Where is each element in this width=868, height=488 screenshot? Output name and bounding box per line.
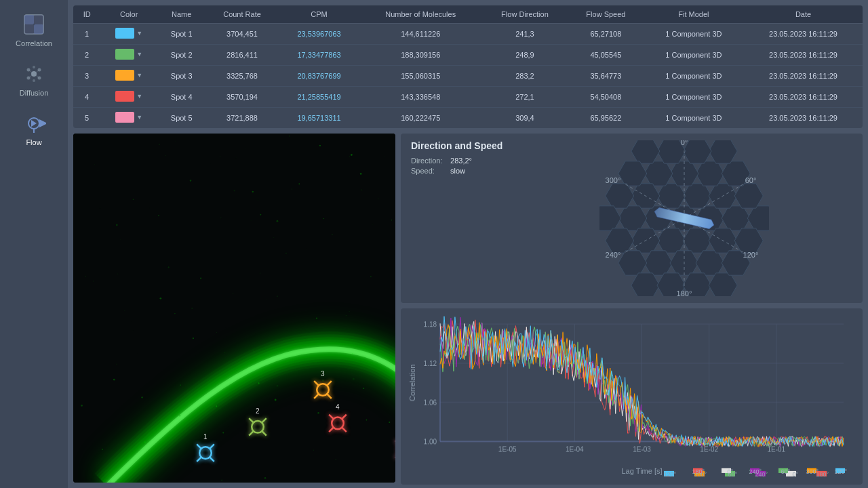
correlation-chart-panel bbox=[401, 308, 863, 485]
cell-direction: 272,1 bbox=[481, 87, 568, 108]
cell-speed: 65,95622 bbox=[568, 108, 644, 129]
cell-molecules: 188,309156 bbox=[360, 45, 481, 66]
direction-info: Direction and Speed Direction: 283,2° Sp… bbox=[411, 140, 502, 177]
sidebar-item-diffusion[interactable]: Diffusion bbox=[3, 56, 64, 102]
cell-date: 23.05.2023 16:11:29 bbox=[744, 108, 863, 129]
col-header-date: Date bbox=[744, 5, 863, 24]
speed-label: Speed: bbox=[411, 167, 448, 175]
cell-color: ▼ bbox=[100, 24, 157, 45]
cell-count-rate: 2816,411 bbox=[205, 45, 278, 66]
main-content: ID Color Name Count Rate CPM Number of M… bbox=[68, 0, 868, 488]
data-table: ID Color Name Count Rate CPM Number of M… bbox=[73, 5, 863, 128]
cell-speed: 35,64773 bbox=[568, 66, 644, 87]
cell-speed: 65,27108 bbox=[568, 24, 644, 45]
direction-panel-title: Direction and Speed bbox=[411, 140, 502, 151]
cell-fit-model: 1 Component 3D bbox=[644, 24, 744, 45]
col-header-name: Name bbox=[157, 5, 205, 24]
cell-molecules: 144,611226 bbox=[360, 24, 481, 45]
cell-name: Spot 1 bbox=[157, 24, 205, 45]
cell-fit-model: 1 Component 3D bbox=[644, 108, 744, 129]
flow-icon bbox=[22, 111, 46, 136]
sidebar: Correlation Diffusion bbox=[0, 0, 68, 488]
cell-color: ▼ bbox=[100, 87, 157, 108]
microscope-panel bbox=[73, 134, 395, 483]
cell-name: Spot 2 bbox=[157, 45, 205, 66]
svg-marker-17 bbox=[31, 120, 37, 127]
svg-point-10 bbox=[33, 66, 35, 68]
col-header-fit-model: Fit Model bbox=[644, 5, 744, 24]
cell-color: ▼ bbox=[100, 108, 157, 129]
svg-rect-4 bbox=[24, 24, 34, 34]
hexagon-canvas bbox=[599, 140, 769, 296]
table-row: 2 ▼ Spot 2 2816,411 17,33477863 188,3091… bbox=[73, 45, 863, 66]
speed-value: slow bbox=[450, 167, 488, 175]
bottom-area: Direction and Speed Direction: 283,2° Sp… bbox=[73, 134, 863, 483]
direction-value: 283,2° bbox=[450, 157, 488, 165]
cell-count-rate: 3325,768 bbox=[205, 66, 278, 87]
sidebar-item-label-correlation: Correlation bbox=[16, 39, 52, 47]
cell-date: 23.05.2023 16:11:29 bbox=[744, 24, 863, 45]
cell-id: 4 bbox=[73, 87, 100, 108]
cell-id: 2 bbox=[73, 45, 100, 66]
cell-date: 23.05.2023 16:11:29 bbox=[744, 87, 863, 108]
cell-fit-model: 1 Component 3D bbox=[644, 45, 744, 66]
col-header-cpm: CPM bbox=[279, 5, 360, 24]
hexagon-chart bbox=[516, 140, 852, 296]
cell-name: Spot 3 bbox=[157, 66, 205, 87]
cell-date: 23.05.2023 16:11:29 bbox=[744, 66, 863, 87]
cell-id: 3 bbox=[73, 66, 100, 87]
direction-speed-panel: Direction and Speed Direction: 283,2° Sp… bbox=[401, 134, 863, 303]
cell-direction: 283,2 bbox=[481, 66, 568, 87]
direction-label: Direction: bbox=[411, 157, 448, 165]
cell-cpm: 17,33477863 bbox=[279, 45, 360, 66]
cell-molecules: 155,060315 bbox=[360, 66, 481, 87]
cell-color: ▼ bbox=[100, 66, 157, 87]
sidebar-item-label-flow: Flow bbox=[26, 138, 41, 146]
cell-fit-model: 1 Component 3D bbox=[644, 66, 744, 87]
cell-direction: 241,3 bbox=[481, 24, 568, 45]
col-header-color: Color bbox=[100, 5, 157, 24]
cell-speed: 45,05545 bbox=[568, 45, 644, 66]
cell-id: 5 bbox=[73, 108, 100, 129]
table-row: 5 ▼ Spot 5 3721,888 19,65713311 160,2224… bbox=[73, 108, 863, 129]
cell-direction: 309,4 bbox=[481, 108, 568, 129]
svg-point-11 bbox=[33, 79, 35, 82]
table-row: 4 ▼ Spot 4 3570,194 21,25855419 143,3365… bbox=[73, 87, 863, 108]
col-header-id: ID bbox=[73, 5, 100, 24]
cell-date: 23.05.2023 16:11:29 bbox=[744, 45, 863, 66]
table-row: 1 ▼ Spot 1 3704,451 23,53967063 144,6112… bbox=[73, 24, 863, 45]
sidebar-item-label-diffusion: Diffusion bbox=[20, 89, 49, 97]
cell-fit-model: 1 Component 3D bbox=[644, 87, 744, 108]
cell-count-rate: 3721,888 bbox=[205, 108, 278, 129]
svg-rect-1 bbox=[24, 15, 34, 24]
cell-cpm: 19,65713311 bbox=[279, 108, 360, 129]
cell-speed: 54,50408 bbox=[568, 87, 644, 108]
col-header-flow-direction: Flow Direction bbox=[481, 5, 568, 24]
svg-rect-3 bbox=[34, 15, 43, 24]
cell-cpm: 21,25855419 bbox=[279, 87, 360, 108]
cell-direction: 248,9 bbox=[481, 45, 568, 66]
direction-row: Direction: 283,2° bbox=[411, 157, 502, 165]
cell-molecules: 143,336548 bbox=[360, 87, 481, 108]
col-header-count-rate: Count Rate bbox=[205, 5, 278, 24]
cell-count-rate: 3704,451 bbox=[205, 24, 278, 45]
sidebar-item-correlation[interactable]: Correlation bbox=[3, 7, 64, 53]
cell-id: 1 bbox=[73, 24, 100, 45]
microscope-canvas bbox=[73, 134, 395, 483]
sidebar-item-flow[interactable]: Flow bbox=[3, 106, 64, 152]
speed-row: Speed: slow bbox=[411, 167, 502, 175]
cell-name: Spot 4 bbox=[157, 87, 205, 108]
cell-cpm: 23,53967063 bbox=[279, 24, 360, 45]
cell-color: ▼ bbox=[100, 45, 157, 66]
svg-rect-2 bbox=[34, 24, 43, 34]
col-header-molecules: Number of Molecules bbox=[360, 5, 481, 24]
cell-cpm: 20,83767699 bbox=[279, 66, 360, 87]
right-panels: Direction and Speed Direction: 283,2° Sp… bbox=[401, 134, 863, 483]
correlation-canvas bbox=[406, 314, 857, 479]
cell-name: Spot 5 bbox=[157, 108, 205, 129]
cell-molecules: 160,222475 bbox=[360, 108, 481, 129]
col-header-flow-speed: Flow Speed bbox=[568, 5, 644, 24]
diffusion-icon bbox=[22, 62, 46, 86]
table-row: 3 ▼ Spot 3 3325,768 20,83767699 155,0603… bbox=[73, 66, 863, 87]
cell-count-rate: 3570,194 bbox=[205, 87, 278, 108]
